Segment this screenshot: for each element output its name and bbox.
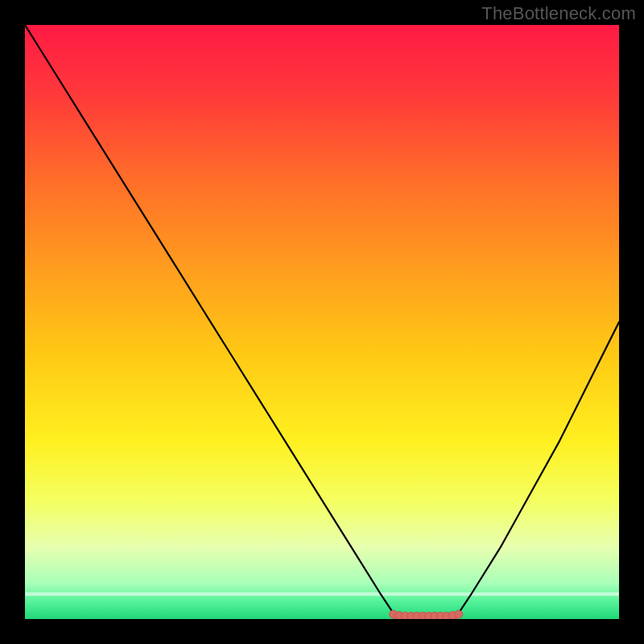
chart-frame: TheBottleneck.com <box>0 0 644 644</box>
plot-area <box>25 25 619 619</box>
gradient-background <box>25 25 619 619</box>
chart-svg <box>25 25 619 619</box>
watermark-text: TheBottleneck.com <box>481 3 636 24</box>
gloss-stripe <box>25 592 619 596</box>
marker-dot <box>455 610 463 618</box>
